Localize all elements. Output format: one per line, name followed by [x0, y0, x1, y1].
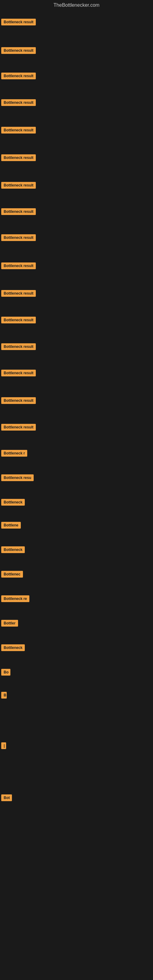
bottleneck-badge[interactable]: Bottleneck result — [1, 182, 36, 189]
bottleneck-badge[interactable]: Bottleneck result — [1, 154, 36, 161]
bottleneck-badge-row: Bo — [1, 669, 10, 677]
bottleneck-badge-row: Bottleneck result — [1, 208, 36, 216]
bottleneck-badge-row: Bottleneck result — [1, 127, 36, 135]
bottleneck-badge[interactable]: Bottlene — [1, 522, 21, 528]
bottleneck-badge-row: Bottleneck result — [1, 262, 36, 270]
bottleneck-badge[interactable]: Bottleneck result — [1, 208, 36, 215]
bottleneck-badge[interactable]: Bottleneck result — [1, 290, 36, 297]
site-title: TheBottlenecker.com — [0, 0, 153, 10]
bottleneck-badge-row: Bottleneck result — [1, 73, 36, 81]
bottleneck-badge-row: Bottleneck r — [1, 450, 27, 458]
bottleneck-badge[interactable]: Bottleneck result — [1, 343, 36, 350]
bottleneck-badge-row: Bottleneck result — [1, 397, 36, 405]
bottleneck-badge[interactable]: Bottleneck result — [1, 424, 36, 431]
bottleneck-badge[interactable]: Bot — [1, 794, 12, 801]
bottleneck-badge[interactable]: Bottleneck resu — [1, 474, 33, 481]
bottleneck-badge-row: Bottler — [1, 620, 18, 628]
bottleneck-badge-row: Bottleneck result — [1, 234, 36, 242]
bottleneck-badge-row: Bottleneck result — [1, 19, 36, 27]
bottleneck-badge[interactable]: Bottleneck result — [1, 317, 36, 323]
bottleneck-badge-row: Bottleneck — [1, 546, 25, 554]
bottleneck-badge-row: Bottleneck result — [1, 317, 36, 325]
bottleneck-badge-row: Bottlenec — [1, 571, 23, 579]
bottleneck-badge[interactable]: Bottleneck — [1, 499, 25, 506]
bottleneck-badge[interactable]: Bottleneck result — [1, 19, 36, 25]
bottleneck-badge[interactable]: Bottleneck re — [1, 595, 29, 602]
bottleneck-badge-row: Bottleneck — [1, 644, 25, 652]
bottleneck-badge[interactable]: Bottleneck result — [1, 397, 36, 404]
bottleneck-badge[interactable]: Bottleneck result — [1, 370, 36, 376]
bottleneck-badge-row: Bottleneck result — [1, 290, 36, 298]
bottleneck-badge-row: Bottleneck resu — [1, 474, 33, 482]
bottleneck-badge[interactable]: Bottleneck result — [1, 99, 36, 106]
bottleneck-badge[interactable]: Bottleneck result — [1, 127, 36, 134]
bottleneck-badge-row: | — [1, 742, 6, 750]
bottleneck-badge[interactable]: Bottleneck — [1, 644, 25, 651]
bottleneck-badge[interactable]: Bottleneck r — [1, 450, 27, 457]
bottleneck-badge[interactable]: Bottlenec — [1, 571, 23, 578]
bottleneck-badge[interactable]: Bottleneck result — [1, 234, 36, 241]
bottleneck-badge-row: Bottleneck result — [1, 47, 36, 55]
bottleneck-badge[interactable]: Bottleneck result — [1, 262, 36, 269]
bottleneck-badge[interactable]: Bottler — [1, 620, 18, 627]
bottleneck-badge-row: Bottlene — [1, 522, 21, 530]
bottleneck-badge-row: Bottleneck result — [1, 182, 36, 190]
bottleneck-badge[interactable]: | — [1, 742, 6, 749]
bottleneck-badge-row: Bottleneck result — [1, 99, 36, 107]
bottleneck-badge-row: Bottleneck — [1, 499, 25, 507]
bottleneck-badge-row: Bottleneck result — [1, 154, 36, 162]
bottleneck-badge-row: Bottleneck result — [1, 343, 36, 351]
bottleneck-badge[interactable]: B — [1, 692, 7, 698]
bottleneck-badge[interactable]: Bottleneck result — [1, 47, 36, 54]
bottleneck-badge-row: Bot — [1, 794, 12, 802]
bottleneck-badge[interactable]: Bo — [1, 669, 10, 676]
bottleneck-badge-row: Bottleneck re — [1, 595, 29, 603]
bottleneck-badge-row: Bottleneck result — [1, 424, 36, 432]
bottleneck-badge[interactable]: Bottleneck result — [1, 73, 36, 79]
bottleneck-badge[interactable]: Bottleneck — [1, 546, 25, 553]
bottleneck-badge-row: B — [1, 692, 7, 700]
bottleneck-badge-row: Bottleneck result — [1, 370, 36, 378]
